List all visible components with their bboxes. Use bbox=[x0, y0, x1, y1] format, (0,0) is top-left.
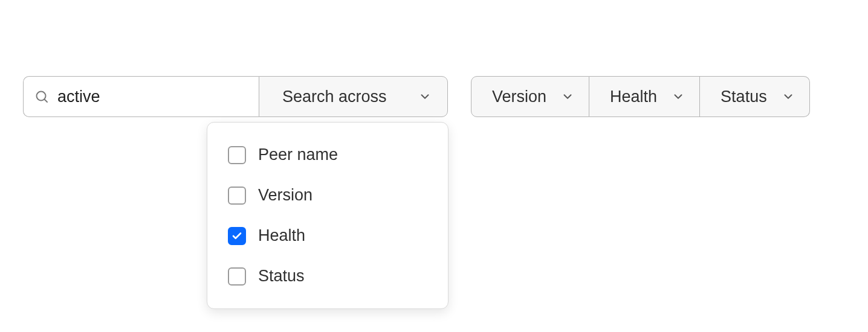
dropdown-item-status[interactable]: Status bbox=[207, 256, 448, 296]
checkbox[interactable] bbox=[228, 267, 246, 286]
checkbox[interactable] bbox=[228, 146, 246, 164]
dropdown-label: Status bbox=[258, 267, 305, 286]
dropdown-item-peer-name[interactable]: Peer name bbox=[207, 135, 448, 175]
chevron-down-icon bbox=[561, 90, 574, 103]
filter-health[interactable]: Health bbox=[589, 76, 700, 117]
dropdown-label: Health bbox=[258, 226, 305, 245]
dropdown-label: Version bbox=[258, 186, 313, 205]
chevron-down-icon bbox=[672, 90, 685, 103]
filter-status[interactable]: Status bbox=[700, 76, 810, 117]
checkbox-checked[interactable] bbox=[228, 227, 246, 245]
search-across-label: Search across bbox=[282, 88, 387, 106]
dropdown-item-health[interactable]: Health bbox=[207, 215, 448, 256]
svg-line-1 bbox=[45, 100, 48, 103]
chevron-down-icon bbox=[418, 90, 432, 103]
chevron-down-icon bbox=[782, 90, 795, 103]
filter-label: Version bbox=[492, 88, 546, 106]
toolbar: Search across Peer name Version bbox=[23, 76, 810, 117]
checkbox[interactable] bbox=[228, 187, 246, 205]
search-input[interactable] bbox=[57, 88, 248, 106]
search-group: Search across Peer name Version bbox=[23, 76, 448, 117]
dropdown-label: Peer name bbox=[258, 145, 338, 164]
search-across-menu: Peer name Version Health Status bbox=[207, 122, 449, 309]
search-input-wrapper[interactable] bbox=[23, 76, 259, 117]
filter-label: Health bbox=[610, 88, 657, 106]
filter-group: Version Health Status bbox=[471, 76, 810, 117]
search-across-dropdown[interactable]: Search across bbox=[259, 76, 448, 117]
filter-label: Status bbox=[721, 88, 767, 106]
search-icon bbox=[34, 89, 49, 104]
dropdown-item-version[interactable]: Version bbox=[207, 175, 448, 215]
filter-version[interactable]: Version bbox=[471, 76, 589, 117]
